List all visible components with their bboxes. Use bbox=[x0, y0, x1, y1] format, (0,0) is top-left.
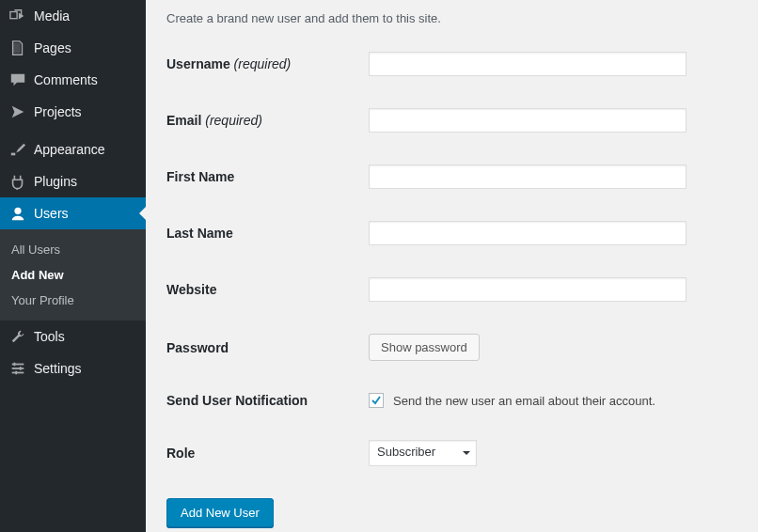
role-select-wrap: Subscriber bbox=[369, 440, 477, 466]
settings-icon bbox=[8, 360, 28, 377]
label-password: Password bbox=[166, 340, 369, 355]
svg-rect-0 bbox=[10, 12, 17, 19]
sidebar-item-projects[interactable]: Projects bbox=[0, 96, 146, 128]
first-name-input[interactable] bbox=[369, 164, 687, 189]
sidebar-item-pages[interactable]: Pages bbox=[0, 32, 146, 64]
tools-icon bbox=[8, 328, 28, 345]
svg-rect-6 bbox=[12, 372, 24, 374]
sidebar-item-label: Pages bbox=[34, 40, 138, 55]
website-input[interactable] bbox=[369, 277, 687, 302]
sidebar-item-label: Projects bbox=[34, 104, 138, 119]
label-first-name: First Name bbox=[166, 169, 369, 184]
svg-rect-5 bbox=[12, 368, 24, 369]
active-pointer-icon bbox=[139, 206, 147, 221]
role-select[interactable]: Subscriber bbox=[369, 440, 477, 466]
row-website: Website bbox=[166, 277, 737, 302]
notification-checkbox-wrap: Send the new user an email about their a… bbox=[369, 393, 655, 408]
sidebar-item-comments[interactable]: Comments bbox=[0, 64, 146, 96]
row-last-name: Last Name bbox=[166, 221, 737, 245]
row-first-name: First Name bbox=[166, 164, 737, 189]
label-email: Email (required) bbox=[166, 113, 369, 128]
check-icon bbox=[371, 395, 382, 406]
plugins-icon bbox=[8, 173, 28, 190]
row-email: Email (required) bbox=[166, 108, 737, 133]
sidebar-item-settings[interactable]: Settings bbox=[0, 352, 146, 384]
svg-point-3 bbox=[14, 208, 21, 214]
notification-checkbox-label: Send the new user an email about their a… bbox=[393, 394, 655, 408]
email-input[interactable] bbox=[369, 108, 687, 133]
users-icon bbox=[8, 205, 28, 222]
svg-rect-2 bbox=[11, 153, 15, 156]
sidebar-item-label: Comments bbox=[34, 72, 138, 87]
users-submenu: All Users Add New Your Profile bbox=[0, 229, 146, 321]
row-username: Username (required) bbox=[166, 52, 737, 76]
sidebar-item-tools[interactable]: Tools bbox=[0, 321, 146, 352]
media-icon bbox=[8, 8, 28, 24]
required-text: (required) bbox=[230, 56, 292, 71]
svg-rect-1 bbox=[13, 43, 21, 54]
show-password-button[interactable]: Show password bbox=[369, 334, 480, 361]
label-last-name: Last Name bbox=[166, 226, 369, 241]
submenu-item-add-new[interactable]: Add New bbox=[0, 262, 146, 288]
svg-rect-8 bbox=[20, 367, 22, 370]
required-text: (required) bbox=[201, 113, 262, 128]
pages-icon bbox=[8, 39, 28, 56]
sidebar-item-label: Appearance bbox=[34, 142, 138, 157]
submenu-item-your-profile[interactable]: Your Profile bbox=[0, 288, 146, 313]
comments-icon bbox=[8, 71, 28, 88]
admin-sidebar: Media Pages Comments Projects Appearance… bbox=[0, 0, 146, 532]
label-text: Email bbox=[166, 113, 201, 128]
appearance-icon bbox=[8, 141, 28, 158]
sidebar-item-label: Tools bbox=[34, 329, 138, 344]
last-name-input[interactable] bbox=[369, 221, 687, 245]
sidebar-item-label: Users bbox=[34, 206, 138, 221]
svg-rect-9 bbox=[15, 371, 17, 375]
notification-checkbox[interactable] bbox=[369, 393, 384, 408]
sidebar-item-appearance[interactable]: Appearance bbox=[0, 133, 146, 165]
sidebar-item-label: Settings bbox=[34, 361, 138, 376]
label-role: Role bbox=[166, 446, 369, 461]
submenu-item-all-users[interactable]: All Users bbox=[0, 237, 146, 262]
sidebar-item-label: Media bbox=[34, 8, 138, 23]
sidebar-item-plugins[interactable]: Plugins bbox=[0, 165, 146, 197]
row-notification: Send User Notification Send the new user… bbox=[166, 393, 737, 408]
page-description: Create a brand new user and add them to … bbox=[166, 11, 737, 25]
username-input[interactable] bbox=[369, 52, 687, 76]
row-password: Password Show password bbox=[166, 334, 737, 361]
row-role: Role Subscriber bbox=[166, 440, 737, 466]
main-content: Create a brand new user and add them to … bbox=[146, 0, 758, 532]
label-text: Username bbox=[166, 56, 230, 71]
sidebar-item-media[interactable]: Media bbox=[0, 0, 146, 32]
sidebar-item-users[interactable]: Users bbox=[0, 197, 146, 229]
projects-icon bbox=[8, 103, 28, 120]
label-send-notification: Send User Notification bbox=[166, 393, 369, 408]
label-username: Username (required) bbox=[166, 56, 369, 71]
sidebar-item-label: Plugins bbox=[34, 174, 138, 189]
add-new-user-button[interactable]: Add New User bbox=[166, 498, 274, 527]
svg-rect-7 bbox=[14, 363, 16, 367]
label-website: Website bbox=[166, 282, 369, 297]
